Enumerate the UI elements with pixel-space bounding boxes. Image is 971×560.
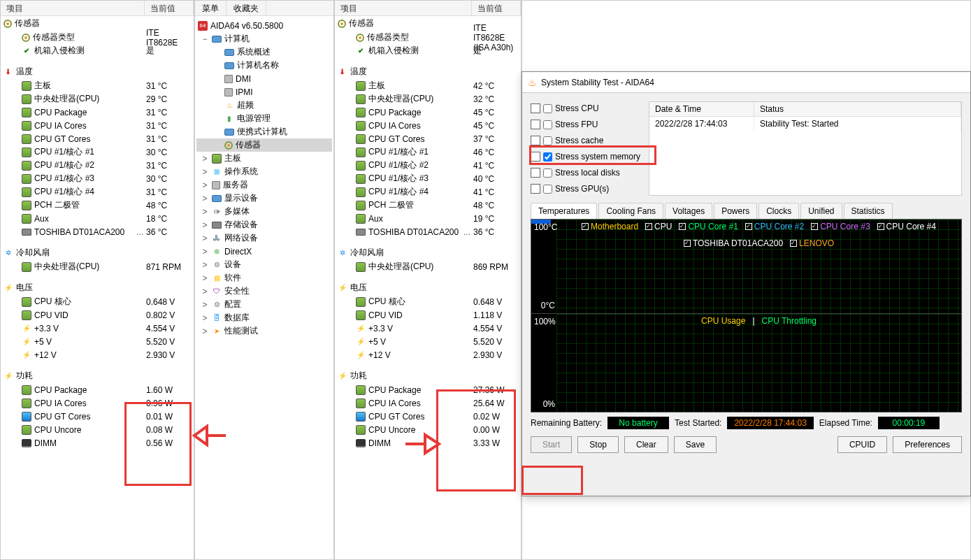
save-button[interactable]: Save — [674, 436, 717, 453]
start-button[interactable]: Start — [531, 436, 572, 453]
stress-option[interactable]: Stress cache — [531, 134, 640, 148]
table-row: PCH 二极管48 °C — [1, 199, 194, 212]
expander-icon[interactable]: > — [201, 313, 209, 323]
preferences-button[interactable]: Preferences — [893, 436, 962, 453]
tab-menu[interactable]: 菜单 — [195, 1, 226, 15]
chart-tab[interactable]: Cooling Fans — [598, 203, 663, 219]
device-icon — [531, 184, 540, 194]
tree-node[interactable]: >⚙配置 — [196, 298, 332, 311]
tree-node[interactable]: −计算机 — [196, 32, 332, 45]
legend-item[interactable]: LENOVO — [790, 238, 834, 248]
expander-icon[interactable]: − — [201, 34, 209, 44]
expander-icon[interactable]: > — [201, 154, 209, 164]
stress-checkbox[interactable] — [543, 152, 552, 161]
sensor-list[interactable]: 传感器传感器类型ITE IT8628E✔机箱入侵检测是🌡温度主板31 °C中央处… — [1, 16, 194, 450]
legend-checkbox[interactable] — [745, 223, 752, 230]
expander-icon[interactable]: > — [201, 326, 209, 336]
tree-node[interactable]: >主板 — [196, 152, 332, 165]
battery-icon: ▮ — [224, 114, 234, 124]
nav-tree[interactable]: 64AIDA64 v6.50.5800−计算机系统概述计算机名称DMIIPMI♨… — [195, 16, 333, 340]
expander-icon[interactable]: > — [201, 287, 209, 296]
table-row: 中央处理器(CPU)29 °C — [1, 92, 194, 106]
legend-checkbox[interactable] — [582, 223, 589, 230]
stress-checkbox[interactable] — [543, 104, 552, 113]
expander-icon[interactable]: > — [201, 207, 209, 217]
stress-checkbox[interactable] — [543, 168, 552, 178]
tree-node[interactable]: DMI — [196, 72, 332, 85]
chip-icon — [22, 425, 31, 435]
stress-option[interactable]: Stress CPU — [531, 101, 640, 115]
stress-option[interactable]: Stress GPU(s) — [531, 182, 640, 196]
tree-node[interactable]: >🛡安全性 — [196, 285, 332, 298]
expander-icon[interactable]: > — [201, 234, 209, 243]
stress-checkbox[interactable] — [543, 120, 552, 129]
tree-node[interactable]: >🗄数据库 — [196, 311, 332, 324]
legend-checkbox[interactable] — [790, 240, 797, 247]
stress-checkbox[interactable] — [543, 136, 552, 145]
sensor-icon — [338, 20, 346, 28]
chart-tab[interactable]: Voltages — [665, 203, 712, 219]
legend-checkbox[interactable] — [645, 223, 652, 230]
stress-checkbox[interactable] — [543, 185, 552, 194]
table-row: 中央处理器(CPU)869 RPM — [335, 260, 521, 273]
chip-icon — [22, 201, 31, 210]
legend-item[interactable]: TOSHIBA DT01ACA200 — [684, 238, 783, 248]
legend-item[interactable]: CPU Core #1 — [679, 222, 738, 231]
legend-checkbox[interactable] — [877, 223, 884, 230]
table-row: CPU #1/核心 #130 °C — [1, 145, 194, 159]
nav-tree-panel: 菜单 收藏夹 64AIDA64 v6.50.5800−计算机系统概述计算机名称D… — [194, 0, 334, 560]
tree-node[interactable]: >⊞操作系统 — [196, 165, 332, 178]
expander-icon[interactable]: > — [201, 220, 209, 230]
expander-icon[interactable]: > — [201, 273, 209, 283]
legend-item[interactable]: CPU — [645, 222, 672, 231]
tree-node[interactable]: 便携式计算机 — [196, 125, 332, 138]
bolt-icon: ⚡ — [356, 337, 366, 347]
chart-tab[interactable]: Unified — [800, 203, 842, 219]
expander-icon[interactable]: > — [201, 260, 209, 270]
tree-node[interactable]: >显示设备 — [196, 192, 332, 205]
stress-option[interactable]: Stress FPU — [531, 117, 640, 131]
legend-item[interactable]: Motherboard — [582, 222, 638, 231]
tree-node[interactable]: >▦软件 — [196, 271, 332, 285]
legend-item[interactable]: CPU Core #2 — [745, 222, 804, 231]
tree-node[interactable]: 系统概述 — [196, 45, 332, 59]
tree-node[interactable]: >➤性能测试 — [196, 324, 332, 338]
legend-checkbox[interactable] — [811, 223, 818, 230]
legend-checkbox[interactable] — [679, 223, 686, 230]
expander-icon[interactable]: > — [201, 300, 209, 310]
chart-tab[interactable]: Statistics — [844, 203, 893, 219]
tree-node[interactable]: >🕪多媒体 — [196, 205, 332, 218]
cpuid-button[interactable]: CPUID — [837, 436, 887, 453]
legend-item[interactable]: CPU Core #3 — [811, 222, 870, 231]
tree-node[interactable]: ♨超频 — [196, 99, 332, 112]
legend-checkbox[interactable] — [684, 240, 691, 247]
legend-item[interactable]: CPU Core #4 — [877, 222, 936, 231]
tree-node[interactable]: IPMI — [196, 85, 332, 99]
tree-node[interactable]: ▮电源管理 — [196, 112, 332, 125]
tab-fav[interactable]: 收藏夹 — [226, 1, 266, 15]
tree-node[interactable]: 计算机名称 — [196, 59, 332, 72]
tree-node[interactable]: >存储设备 — [196, 218, 332, 231]
tree-node[interactable]: >⊗DirectX — [196, 245, 332, 258]
stop-button[interactable]: Stop — [577, 436, 619, 453]
stress-option[interactable]: Stress system memory — [531, 150, 640, 164]
expander-icon[interactable]: > — [201, 247, 209, 257]
y-axis: 100% 0% — [533, 314, 556, 412]
stress-option[interactable]: Stress local disks — [531, 166, 640, 180]
tree-node[interactable]: >⚙设备 — [196, 258, 332, 271]
stress-label: Stress GPU(s) — [555, 184, 609, 194]
clear-button[interactable]: Clear — [624, 436, 668, 453]
tree-node[interactable]: >🖧网络设备 — [196, 231, 332, 245]
window-titlebar[interactable]: ♨ System Stability Test - AIDA64 — [522, 72, 970, 93]
sensor-list[interactable]: 传感器传感器类型ITE IT8628E (ISA A30h)✔机箱入侵检测是🌡温… — [335, 16, 521, 450]
chart-tab[interactable]: Clocks — [758, 203, 799, 219]
expander-icon[interactable]: > — [201, 194, 209, 203]
expander-icon[interactable]: > — [201, 167, 209, 177]
chart-tab[interactable]: Temperatures — [531, 203, 597, 219]
tree-node[interactable]: 传感器 — [196, 138, 332, 152]
sensor-icon — [356, 34, 364, 42]
chart-tab[interactable]: Powers — [714, 203, 757, 219]
tree-node[interactable]: >服务器 — [196, 178, 332, 192]
expander-icon[interactable]: > — [201, 180, 209, 190]
tree-root[interactable]: 64AIDA64 v6.50.5800 — [196, 19, 332, 32]
